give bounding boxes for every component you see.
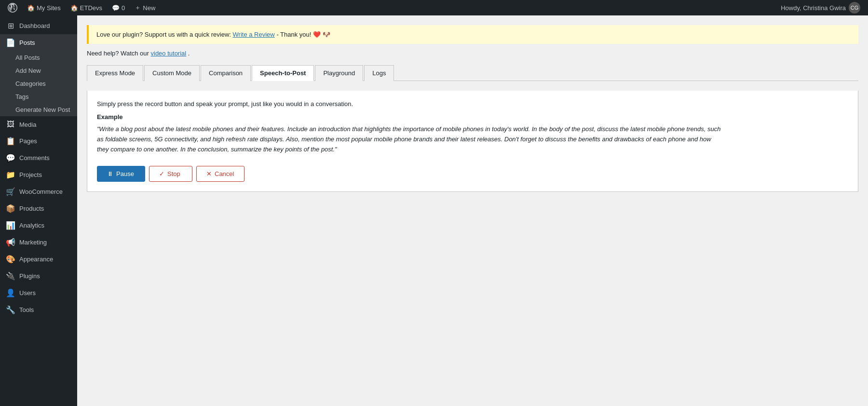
sidebar-label-plugins: Plugins: [19, 272, 40, 280]
main-content: Love our plugin? Support us with a quick…: [77, 15, 868, 406]
notice-suffix: - Thank you! ❤️ 🐶: [276, 31, 330, 38]
notice-banner: Love our plugin? Support us with a quick…: [87, 25, 858, 44]
example-text: "Write a blog post about the latest mobi…: [97, 124, 724, 154]
tab-express-mode[interactable]: Express Mode: [87, 65, 143, 81]
sidebar-item-woocommerce[interactable]: 🛒 WooCommerce: [0, 183, 77, 200]
video-tutorial-link[interactable]: video tutorial: [151, 50, 187, 57]
sidebar-item-comments[interactable]: 💬 Comments: [0, 149, 77, 166]
new-label: New: [143, 4, 155, 12]
my-sites-label: My Sites: [37, 4, 61, 12]
dashboard-icon: ⊞: [6, 21, 15, 30]
sidebar-label-marketing: Marketing: [19, 239, 47, 246]
sidebar-label-products: Products: [19, 205, 44, 212]
stop-label: Stop: [167, 170, 180, 177]
sidebar-label-analytics: Analytics: [19, 222, 44, 229]
sidebar-section-main: ⊞ Dashboard 📄 Posts All Posts Add New Ca…: [0, 15, 77, 320]
sidebar-item-pages[interactable]: 📋 Pages: [0, 133, 77, 149]
appearance-icon: 🎨: [6, 255, 15, 264]
analytics-icon: 📊: [6, 221, 15, 230]
tab-content-area: Simply press the record button and speak…: [87, 91, 858, 192]
pages-icon: 📋: [6, 136, 15, 146]
sidebar-item-dashboard[interactable]: ⊞ Dashboard: [0, 17, 77, 34]
users-icon: 👤: [6, 288, 15, 298]
notice-text: Love our plugin? Support us with a quick…: [96, 31, 231, 38]
sidebar: ⊞ Dashboard 📄 Posts All Posts Add New Ca…: [0, 15, 77, 406]
tab-logs[interactable]: Logs: [364, 65, 394, 81]
stop-button[interactable]: ✓ Stop: [149, 166, 192, 182]
pause-label: Pause: [116, 170, 134, 177]
sidebar-item-marketing[interactable]: 📢 Marketing: [0, 234, 77, 251]
pause-icon: ⏸: [107, 170, 113, 177]
comments-button[interactable]: 💬 0: [108, 0, 129, 15]
sidebar-item-posts[interactable]: 📄 Posts: [0, 34, 77, 51]
sidebar-label-projects: Projects: [19, 171, 42, 178]
site-icon: 🏠: [70, 4, 78, 12]
sidebar-item-media[interactable]: 🖼 Media: [0, 116, 77, 133]
sidebar-label-posts: Posts: [19, 39, 35, 46]
sidebar-item-generate-new-post[interactable]: Generate New Post: [0, 103, 77, 116]
plus-icon: ＋: [135, 3, 141, 12]
marketing-icon: 📢: [6, 238, 15, 247]
help-text: Need help? Watch our video tutorial .: [87, 50, 858, 57]
speech-description: Simply press the record button and speak…: [97, 100, 848, 108]
example-label: Example: [97, 113, 848, 121]
sidebar-item-projects[interactable]: 📁 Projects: [0, 166, 77, 183]
sidebar-posts-submenu: All Posts Add New Categories Tags Genera…: [0, 51, 77, 116]
sidebar-label-appearance: Appearance: [19, 256, 53, 263]
write-review-link[interactable]: Write a Review: [233, 31, 275, 38]
sidebar-item-tags[interactable]: Tags: [0, 90, 77, 103]
cancel-button[interactable]: ✕ Cancel: [196, 166, 244, 182]
sidebar-item-analytics[interactable]: 📊 Analytics: [0, 217, 77, 234]
site-name-button[interactable]: 🏠 ETDevs: [67, 0, 106, 15]
my-sites-button[interactable]: 🏠 My Sites: [23, 0, 65, 15]
plugins-icon: 🔌: [6, 271, 15, 281]
home-icon: 🏠: [27, 4, 35, 12]
products-icon: 📦: [6, 204, 15, 213]
cancel-label: Cancel: [215, 170, 234, 177]
action-buttons: ⏸ Pause ✓ Stop ✕ Cancel: [97, 166, 848, 182]
tabs-container: Express Mode Custom Mode Comparison Spee…: [87, 65, 858, 81]
user-greeting: Howdy, Christina Gwira CG: [781, 2, 864, 14]
new-button[interactable]: ＋ New: [131, 0, 159, 15]
sidebar-item-add-new[interactable]: Add New: [0, 64, 77, 77]
posts-icon: 📄: [6, 38, 15, 47]
projects-icon: 📁: [6, 170, 15, 179]
sidebar-item-plugins[interactable]: 🔌 Plugins: [0, 268, 77, 284]
sidebar-label-comments: Comments: [19, 154, 50, 162]
sidebar-label-users: Users: [19, 289, 36, 297]
sidebar-item-products[interactable]: 📦 Products: [0, 200, 77, 217]
woocommerce-icon: 🛒: [6, 187, 15, 196]
cancel-x-icon: ✕: [206, 170, 212, 177]
sidebar-item-users[interactable]: 👤 Users: [0, 284, 77, 301]
comment-icon: 💬: [112, 4, 120, 12]
comments-icon: 💬: [6, 153, 15, 162]
pause-button[interactable]: ⏸ Pause: [97, 166, 145, 182]
tab-speech-to-post[interactable]: Speech-to-Post: [252, 65, 314, 81]
avatar: CG: [849, 2, 860, 14]
media-icon: 🖼: [6, 120, 15, 129]
site-name-label: ETDevs: [80, 4, 102, 12]
comments-count: 0: [122, 4, 125, 12]
tab-playground[interactable]: Playground: [315, 65, 363, 81]
wp-logo-button[interactable]: [4, 0, 21, 15]
tools-icon: 🔧: [6, 305, 15, 314]
sidebar-item-appearance[interactable]: 🎨 Appearance: [0, 251, 77, 268]
sidebar-label-tools: Tools: [19, 306, 34, 313]
stop-check-icon: ✓: [159, 170, 164, 177]
sidebar-label-pages: Pages: [19, 137, 37, 145]
sidebar-label-media: Media: [19, 121, 36, 128]
admin-bar: 🏠 My Sites 🏠 ETDevs 💬 0 ＋ New Howdy, Chr…: [0, 0, 868, 15]
tab-comparison[interactable]: Comparison: [201, 65, 251, 81]
tab-custom-mode[interactable]: Custom Mode: [144, 65, 200, 81]
sidebar-label-dashboard: Dashboard: [19, 22, 50, 29]
sidebar-item-tools[interactable]: 🔧 Tools: [0, 301, 77, 318]
sidebar-item-categories[interactable]: Categories: [0, 77, 77, 90]
sidebar-label-woocommerce: WooCommerce: [19, 188, 63, 195]
sidebar-item-all-posts[interactable]: All Posts: [0, 51, 77, 64]
